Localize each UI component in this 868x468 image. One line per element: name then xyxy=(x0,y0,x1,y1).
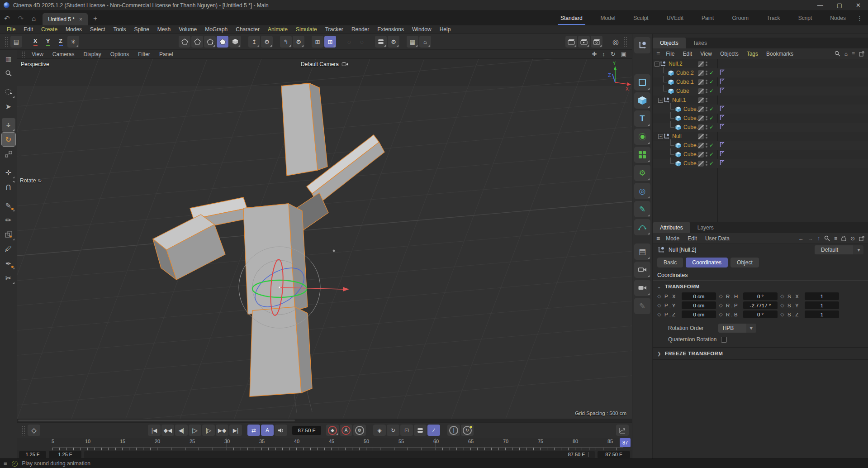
visibility-dots[interactable] xyxy=(706,116,707,120)
play-mode-button[interactable]: A xyxy=(261,425,274,436)
collapse-icon[interactable]: − xyxy=(658,98,663,103)
layer-chip[interactable] xyxy=(698,143,704,148)
layer-chip[interactable] xyxy=(698,152,704,158)
object-row[interactable]: Cube.1 ✓ xyxy=(653,77,868,86)
effector-settings-icon[interactable]: ⚙ xyxy=(293,36,304,48)
prev-frame-button[interactable]: ◀| xyxy=(175,425,188,436)
layout-tab-sculpt[interactable]: Sculpt xyxy=(624,11,657,25)
object-name[interactable]: Null.2 xyxy=(669,61,683,67)
menu-render[interactable]: Render xyxy=(347,26,373,33)
keyframe-diamond-icon[interactable]: ◇ xyxy=(656,311,662,317)
menu-mesh[interactable]: Mesh xyxy=(153,26,175,33)
menu-select[interactable]: Select xyxy=(86,26,109,33)
enable-grid-icon[interactable]: ⊞ xyxy=(312,36,323,48)
enabled-check-icon[interactable]: ✓ xyxy=(709,142,716,148)
om-burger-icon[interactable]: ≡ xyxy=(656,50,662,57)
am-expand-icon[interactable] xyxy=(859,236,864,241)
texture-mode-icon[interactable] xyxy=(204,36,216,48)
collapse-icon[interactable]: − xyxy=(658,134,663,139)
scale-tool-icon[interactable] xyxy=(2,147,15,161)
am-menu-userdata[interactable]: User Data xyxy=(701,235,734,242)
animation-tag-icon[interactable] xyxy=(719,151,725,158)
animation-tag-icon[interactable] xyxy=(719,87,725,95)
quaternion-checkbox[interactable] xyxy=(721,337,727,343)
animation-tag-icon[interactable] xyxy=(719,124,725,131)
key-rotation-button[interactable]: ↻ xyxy=(387,425,399,436)
menu-file[interactable]: File xyxy=(3,26,19,33)
object-row[interactable]: Cube.3 ✓ xyxy=(653,105,868,114)
undo-icon[interactable]: ↶ xyxy=(0,12,14,25)
rb-input[interactable]: 0 ° xyxy=(743,310,778,318)
layer-chip[interactable] xyxy=(698,61,704,67)
layer-chip[interactable] xyxy=(698,115,704,121)
animation-tag-icon[interactable] xyxy=(719,115,725,122)
section-tab-object[interactable]: Object xyxy=(730,258,759,267)
mute-tracks-button[interactable]: | xyxy=(447,425,460,436)
transform-group-header[interactable]: ⌄ TRANSFORM xyxy=(653,281,868,291)
create-cube-icon[interactable] xyxy=(634,92,650,109)
next-key-button[interactable]: ▶◆ xyxy=(216,425,228,436)
display-mode-icon[interactable]: ▤ xyxy=(634,244,650,260)
rh-input[interactable]: 0 ° xyxy=(743,292,778,300)
object-row[interactable]: − Null.2 xyxy=(653,59,868,68)
preset-dropdown[interactable]: Default ▾ xyxy=(815,245,863,254)
layer-chip[interactable] xyxy=(698,134,704,139)
layout-tab-groom[interactable]: Groom xyxy=(723,11,758,25)
preview-range-track[interactable]: 87.50 F xyxy=(84,451,595,458)
status-menu-icon[interactable]: ≡ xyxy=(4,460,7,467)
visibility-dots[interactable] xyxy=(706,161,707,166)
render-to-picture-viewer-icon[interactable] xyxy=(578,36,590,48)
collapse-icon[interactable]: − xyxy=(655,62,659,67)
om-expand-icon[interactable] xyxy=(859,51,864,57)
object-name[interactable]: Cube.2 xyxy=(676,70,694,76)
am-menu-mode[interactable]: Mode xyxy=(662,235,683,242)
lock-z-axis-button[interactable]: Z xyxy=(55,36,66,48)
spline-pen-icon[interactable]: ✎ xyxy=(634,201,650,217)
interactive-render-region-icon[interactable]: ◎ xyxy=(610,36,621,48)
play-sound-button[interactable] xyxy=(275,425,287,436)
range-end-field[interactable]: 87.50 F xyxy=(598,451,630,458)
display-settings-icon[interactable]: ▥ xyxy=(2,52,15,66)
keyframe-diamond-icon[interactable]: ◇ xyxy=(779,293,785,299)
viewport-hscrollbar[interactable] xyxy=(17,419,632,422)
keyframe-diamond-icon[interactable]: ◇ xyxy=(718,302,724,308)
am-up-icon[interactable]: ↑ xyxy=(817,235,820,242)
menu-create[interactable]: Create xyxy=(37,26,62,33)
toolbar-grip[interactable] xyxy=(5,37,8,47)
new-tab-button[interactable]: + xyxy=(88,12,103,25)
perspective-viewport[interactable]: Y Z X Perspective Default Camera Rotate xyxy=(17,59,632,419)
menu-character[interactable]: Character xyxy=(232,26,264,33)
keyframe-diamond-icon[interactable]: ◇ xyxy=(718,311,724,317)
visibility-dots[interactable] xyxy=(706,152,707,157)
camera-object-icon[interactable] xyxy=(634,262,650,278)
animation-tag-icon[interactable] xyxy=(719,78,725,86)
create-plane-icon[interactable] xyxy=(634,74,650,91)
points-mode-icon[interactable] xyxy=(229,36,241,48)
layer-chip[interactable] xyxy=(698,161,704,167)
spline-pen-tool-icon[interactable]: ✒ xyxy=(2,257,15,270)
layout-tab-standard[interactable]: Standard xyxy=(551,11,592,25)
home-icon[interactable]: ⌂ xyxy=(28,12,40,25)
autokey-button[interactable]: A xyxy=(340,425,352,436)
menu-simulate[interactable]: Simulate xyxy=(292,26,321,33)
plain-effector-icon[interactable]: ↰ xyxy=(280,36,292,48)
goto-start-button[interactable]: |◀ xyxy=(148,425,161,436)
timeline-playhead[interactable]: 87 xyxy=(620,438,631,447)
sz-input[interactable]: 1 xyxy=(805,310,839,318)
object-row[interactable]: Cube.3 ✓ xyxy=(653,141,868,150)
py-input[interactable]: 0 cm xyxy=(682,301,716,309)
menu-edit[interactable]: Edit xyxy=(19,26,37,33)
layout-overflow-icon[interactable]: ⋮ xyxy=(855,15,868,22)
am-lock-icon[interactable] xyxy=(841,235,846,241)
animation-tag-icon[interactable] xyxy=(719,142,725,149)
menu-tracker[interactable]: Tracker xyxy=(321,26,347,33)
object-name[interactable]: Null.1 xyxy=(672,97,686,103)
close-button[interactable]: ✕ xyxy=(856,2,861,9)
mograph-cloner-icon[interactable] xyxy=(634,129,650,145)
layer-chip[interactable] xyxy=(698,124,704,130)
om-menu-bookmarks[interactable]: Bookmarks xyxy=(762,51,797,57)
workplane-icon[interactable]: ▦ xyxy=(407,36,418,48)
object-row[interactable]: Cube ✓ xyxy=(653,86,868,96)
modeling-axis-icon[interactable]: ⌂ xyxy=(419,36,431,48)
freeze-transform-group-header[interactable]: ❯ FREEZE TRANSFORM xyxy=(653,348,868,358)
